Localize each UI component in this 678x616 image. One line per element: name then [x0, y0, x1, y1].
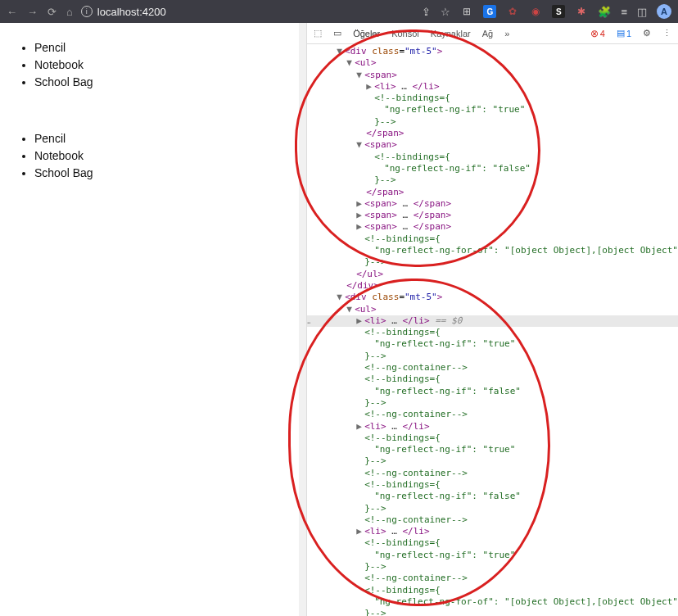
browser-toolbar: ← → ⟳ ⌂ i localhost:4200 ⇪ ☆ ⊞ G ✿ ◉ S ✱…	[0, 0, 678, 23]
message-badge[interactable]: 1	[617, 28, 631, 38]
ext-icon-s[interactable]: S	[552, 5, 565, 18]
settings-icon[interactable]: ⚙	[643, 28, 651, 38]
avatar[interactable]: A	[657, 4, 671, 19]
site-info-icon[interactable]: i	[81, 6, 93, 17]
extensions-icon[interactable]: 🧩	[598, 6, 611, 18]
tab-sources[interactable]: Kaynaklar	[431, 29, 471, 38]
product-list-1: Pencil Notebook School Bag	[26, 39, 291, 91]
elements-tree[interactable]: ▼<div class="mt-5"> ▼<ul> ▼<span> ▶<li> …	[307, 44, 678, 616]
kebab-icon[interactable]: ⋮	[662, 28, 671, 38]
forward-button[interactable]: →	[27, 6, 38, 18]
url-text[interactable]: localhost:4200	[97, 6, 166, 18]
list-item: School Bag	[34, 74, 291, 91]
reading-list-icon[interactable]: ≡	[621, 6, 627, 18]
ext-icon-4[interactable]: ◉	[529, 5, 542, 18]
error-badge[interactable]: 4	[590, 28, 605, 39]
tab-console[interactable]: Konsol	[391, 29, 419, 38]
devtools-toolbar: ⬚ ▭ Öğeler Konsol Kaynaklar Ağ » 4 1 ⚙ ⋮	[307, 23, 678, 44]
home-button[interactable]: ⌂	[66, 6, 73, 18]
bookmark-icon[interactable]: ☆	[441, 6, 450, 18]
device-toggle-icon[interactable]: ▭	[333, 28, 341, 38]
panel-icon[interactable]: ◫	[637, 6, 647, 18]
tab-elements[interactable]: Öğeler	[353, 29, 380, 38]
page-viewport: Pencil Notebook School Bag Pencil Notebo…	[0, 23, 299, 616]
list-item: School Bag	[34, 165, 291, 182]
ext-icon-1[interactable]: ⊞	[460, 5, 473, 18]
list-item: Notebook	[34, 57, 291, 74]
product-list-2: Pencil Notebook School Bag	[26, 130, 291, 182]
back-button[interactable]: ←	[7, 6, 17, 18]
inspect-icon[interactable]: ⬚	[314, 28, 322, 38]
reload-button[interactable]: ⟳	[47, 6, 56, 18]
tab-more[interactable]: »	[504, 29, 509, 38]
tab-network[interactable]: Ağ	[482, 29, 493, 38]
devtools-panel: ⬚ ▭ Öğeler Konsol Kaynaklar Ağ » 4 1 ⚙ ⋮…	[306, 23, 678, 616]
ext-icon-6[interactable]: ✱	[575, 5, 588, 18]
ext-icon-3[interactable]: ✿	[506, 5, 519, 18]
share-icon[interactable]: ⇪	[422, 6, 431, 18]
ext-icon-translate[interactable]: G	[483, 5, 496, 18]
list-item: Pencil	[34, 130, 291, 147]
devtools-gutter[interactable]	[299, 23, 306, 616]
list-item: Pencil	[34, 39, 291, 57]
list-item: Notebook	[34, 147, 291, 165]
